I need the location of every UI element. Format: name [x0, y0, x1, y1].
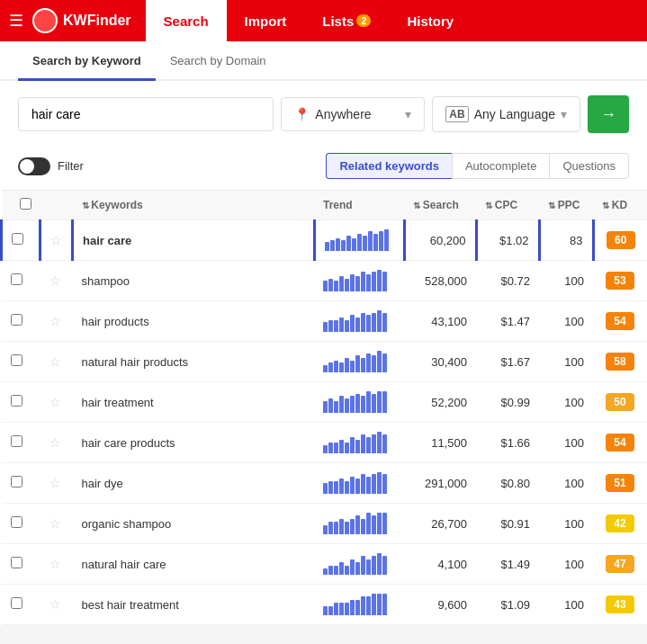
nav-item-import[interactable]: Import [227, 0, 305, 41]
col-header-ppc[interactable]: PPC [539, 191, 593, 220]
filter-toggle[interactable]: Filter [18, 157, 84, 175]
star-icon[interactable]: ☆ [49, 557, 61, 571]
cell-trend [314, 301, 404, 342]
row-checkbox[interactable] [11, 597, 22, 609]
trend-bar [382, 272, 387, 291]
search-input-wrap [18, 97, 274, 131]
cell-keyword[interactable]: natural hair care [73, 544, 315, 585]
row-checkbox[interactable] [11, 516, 22, 528]
ktype-questions[interactable]: Questions [549, 153, 629, 179]
cell-keyword[interactable]: shampoo [73, 261, 315, 301]
col-header-star [40, 191, 73, 220]
row-checkbox[interactable] [11, 557, 22, 568]
trend-bar [361, 434, 365, 453]
row-checkbox[interactable] [11, 354, 22, 366]
trend-bar [382, 434, 387, 453]
cell-keyword[interactable]: hair products [73, 301, 315, 342]
language-select[interactable]: AB Any Language ▾ [432, 96, 580, 132]
trend-chart [323, 551, 395, 577]
cell-check [2, 463, 40, 504]
cell-keyword[interactable]: organic shampoo [73, 504, 315, 544]
cell-keyword[interactable]: best hair treatment [73, 585, 315, 625]
trend-bar [323, 568, 328, 575]
star-icon[interactable]: ☆ [49, 354, 61, 369]
row-checkbox[interactable] [11, 314, 22, 326]
row-checkbox[interactable] [11, 476, 22, 487]
col-header-cpc[interactable]: CPC [476, 191, 539, 220]
nav-item-lists[interactable]: Lists 2 [304, 0, 389, 41]
location-arrow-icon: ▾ [405, 107, 411, 121]
trend-bar [341, 240, 346, 251]
hamburger-icon[interactable]: ☰ [9, 11, 23, 31]
cell-trend [314, 585, 404, 625]
star-icon[interactable]: ☆ [49, 597, 61, 612]
trend-bar [339, 396, 344, 413]
star-icon[interactable]: ☆ [49, 395, 61, 409]
trend-bar [377, 594, 382, 615]
cell-keyword[interactable]: hair care products [73, 423, 315, 463]
tab-domain[interactable]: Search by Domain [156, 41, 281, 81]
trend-bar [377, 553, 382, 575]
star-icon[interactable]: ☆ [49, 476, 61, 490]
cell-keyword[interactable]: hair care [73, 220, 315, 261]
kd-badge: 60 [607, 231, 635, 249]
cell-kd: 54 [593, 423, 647, 463]
star-icon[interactable]: ☆ [49, 273, 61, 288]
trend-bar [328, 566, 333, 575]
cell-check [2, 261, 40, 301]
ktype-related[interactable]: Related keywords [326, 153, 452, 179]
star-icon[interactable]: ☆ [50, 233, 62, 247]
trend-bar [323, 483, 328, 494]
star-icon[interactable]: ☆ [49, 435, 61, 450]
cell-trend [314, 423, 404, 463]
trend-bar [350, 437, 355, 453]
toggle-knob [20, 159, 34, 174]
star-icon[interactable]: ☆ [49, 516, 61, 531]
trend-bar [355, 440, 360, 453]
tab-keyword[interactable]: Search by Keyword [18, 41, 156, 81]
trend-bar [339, 562, 344, 575]
cell-check [2, 504, 40, 544]
cell-keyword[interactable]: natural hair products [73, 342, 315, 382]
trend-bar [377, 513, 382, 534]
row-checkbox[interactable] [11, 435, 22, 447]
cell-kd: 43 [593, 585, 647, 625]
trend-bar [328, 481, 333, 494]
table-row: ☆ shampoo 528,000 $0.72 100 53 [2, 261, 648, 301]
nav-item-history[interactable]: History [389, 0, 472, 41]
select-all-checkbox[interactable] [20, 198, 31, 210]
cell-keyword[interactable]: hair treatment [73, 382, 315, 423]
search-button[interactable]: → [588, 95, 629, 133]
trend-chart [323, 389, 395, 415]
col-header-trend[interactable]: Trend [314, 191, 404, 220]
row-checkbox[interactable] [11, 273, 22, 285]
row-checkbox[interactable] [11, 395, 22, 407]
col-header-keywords[interactable]: Keywords [73, 191, 315, 220]
trend-bar [366, 596, 371, 615]
trend-bar [361, 358, 365, 372]
logo[interactable]: KWFinder [32, 8, 131, 33]
trend-bar [382, 513, 387, 534]
trend-bar [334, 401, 338, 413]
star-icon[interactable]: ☆ [49, 314, 61, 328]
search-input[interactable] [18, 97, 274, 131]
cell-check [2, 423, 40, 463]
cell-cpc: $1.09 [476, 585, 539, 625]
cell-cpc: $1.02 [476, 220, 539, 261]
toggle-switch[interactable] [18, 157, 50, 175]
kd-badge: 47 [606, 555, 634, 573]
col-header-kd[interactable]: KD [593, 191, 647, 220]
cell-ppc: 100 [539, 382, 593, 423]
trend-bar [355, 276, 360, 291]
nav-item-search[interactable]: Search [146, 0, 227, 41]
cell-search: 291,000 [404, 463, 476, 504]
cell-keyword[interactable]: hair dye [73, 463, 315, 504]
row-checkbox[interactable] [12, 233, 23, 245]
col-header-search[interactable]: Search [404, 191, 476, 220]
trend-bar [368, 231, 373, 251]
ktype-autocomplete[interactable]: Autocomplete [452, 153, 550, 179]
language-value: Any Language [474, 107, 555, 121]
trend-bar [346, 236, 351, 251]
cell-cpc: $0.91 [476, 504, 539, 544]
location-select[interactable]: 📍 Anywhere ▾ [281, 97, 425, 131]
